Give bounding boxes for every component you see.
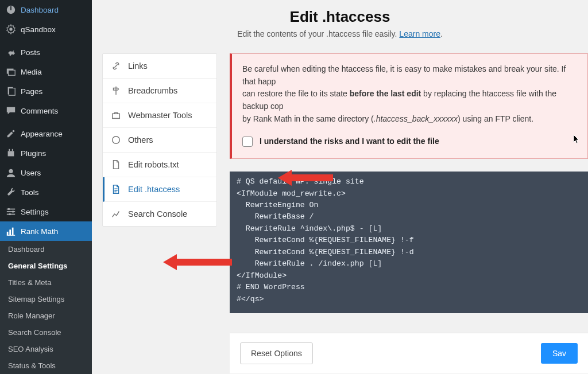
user-icon xyxy=(6,167,16,178)
tab-links[interactable]: Links xyxy=(103,54,216,79)
tab-webmaster-tools[interactable]: Webmaster Tools xyxy=(103,103,216,128)
page-header: Edit .htaccess Edit the contents of your… xyxy=(92,0,588,53)
settings-panel: Be careful when editing the htaccess fil… xyxy=(230,53,588,373)
sidebar-item-appearance[interactable]: Appearance xyxy=(0,124,92,143)
sidebar-label: Plugins xyxy=(21,149,46,158)
svg-point-22 xyxy=(113,137,120,144)
signpost-icon xyxy=(111,85,121,96)
sidebar-item-qsandbox[interactable]: qSandbox xyxy=(0,20,92,39)
svg-point-17 xyxy=(9,213,11,216)
svg-rect-8 xyxy=(8,151,14,156)
gear-icon xyxy=(6,24,16,34)
submenu-status-tools[interactable]: Status & Tools xyxy=(0,357,92,374)
sidebar-label: Appearance xyxy=(21,130,63,138)
sidebar-label: Rank Math xyxy=(21,227,58,236)
submenu-seo-analysis[interactable]: SEO Analysis xyxy=(0,341,92,357)
tab-edit-robots[interactable]: Edit robots.txt xyxy=(103,153,216,177)
submenu-titles-meta[interactable]: Titles & Meta xyxy=(0,274,92,291)
sidebar-label: Media xyxy=(21,68,42,76)
tab-others[interactable]: Others xyxy=(103,128,216,153)
actions-bar: Reset Options Sav xyxy=(230,333,588,373)
learn-more-link[interactable]: Learn more xyxy=(399,29,440,38)
sidebar-item-pages[interactable]: Pages xyxy=(0,81,92,101)
submenu-sitemap-settings[interactable]: Sitemap Settings xyxy=(0,291,92,307)
submenu-role-manager[interactable]: Role Manager xyxy=(0,307,92,324)
plugin-icon xyxy=(6,148,16,158)
pin-icon xyxy=(6,47,16,57)
wrench-icon xyxy=(6,187,16,197)
sidebar-label: Comments xyxy=(21,107,58,115)
sidebar-item-tools[interactable]: Tools xyxy=(0,182,92,202)
svg-point-16 xyxy=(12,211,14,213)
media-icon xyxy=(6,67,16,77)
sidebar-label: Settings xyxy=(21,208,49,216)
submenu-dashboard[interactable]: Dashboard xyxy=(0,241,92,258)
link-icon xyxy=(111,61,121,71)
wp-admin-sidebar: Dashboard qSandbox Posts Media Pages Com… xyxy=(0,0,92,374)
sidebar-item-plugins[interactable]: Plugins xyxy=(0,143,92,163)
svg-point-11 xyxy=(9,169,13,173)
svg-rect-4 xyxy=(9,70,16,75)
settings-tabs: Links Breadcrumbs Webmaster Tools Others… xyxy=(102,53,217,227)
sidebar-item-comments[interactable]: Comments xyxy=(0,101,92,120)
svg-rect-1 xyxy=(10,6,11,10)
page-subtitle: Edit the contents of your .htaccess file… xyxy=(115,29,565,38)
sidebar-item-dashboard[interactable]: Dashboard xyxy=(0,0,92,20)
sidebar-item-media[interactable]: Media xyxy=(0,62,92,81)
svg-point-15 xyxy=(8,208,10,211)
svg-rect-21 xyxy=(113,114,120,118)
brush-icon xyxy=(6,128,16,139)
sidebar-item-rank-math[interactable]: Rank Math xyxy=(0,221,92,241)
svg-rect-10 xyxy=(12,149,13,151)
svg-point-2 xyxy=(9,28,12,30)
graph-icon xyxy=(111,209,121,219)
file-lines-icon xyxy=(111,184,121,194)
toolbox-icon xyxy=(111,110,121,120)
svg-rect-6 xyxy=(9,88,15,96)
tab-search-console[interactable]: Search Console xyxy=(103,202,216,226)
tab-edit-htaccess[interactable]: Edit .htaccess xyxy=(103,177,216,202)
risk-checkbox-label: I understand the risks and I want to edi… xyxy=(260,135,439,148)
htaccess-editor[interactable]: # QS default WP: single site <IfModule m… xyxy=(230,172,588,313)
svg-rect-20 xyxy=(12,228,14,236)
risk-checkbox[interactable] xyxy=(242,137,253,147)
sidebar-item-posts[interactable]: Posts xyxy=(0,42,92,62)
sidebar-label: Dashboard xyxy=(21,6,59,14)
submenu-general-settings[interactable]: General Settings xyxy=(0,258,92,274)
sidebar-label: Tools xyxy=(21,188,39,197)
tab-breadcrumbs[interactable]: Breadcrumbs xyxy=(103,79,216,103)
save-button[interactable]: Sav xyxy=(541,343,578,364)
annotation-arrow-icon xyxy=(278,170,333,185)
warning-notice: Be careful when editing the htaccess fil… xyxy=(230,53,588,159)
sidebar-label: qSandbox xyxy=(21,25,56,34)
sidebar-item-settings[interactable]: Settings xyxy=(0,202,92,221)
sidebar-submenu: Dashboard General Settings Titles & Meta… xyxy=(0,241,92,374)
sidebar-item-users[interactable]: Users xyxy=(0,163,92,182)
page-icon xyxy=(6,86,16,96)
reset-button[interactable]: Reset Options xyxy=(240,342,313,364)
svg-rect-19 xyxy=(9,229,11,235)
svg-rect-9 xyxy=(9,149,10,151)
chart-icon xyxy=(6,226,16,236)
comment-icon xyxy=(6,106,16,116)
svg-point-7 xyxy=(13,130,15,133)
dashboard-icon xyxy=(6,5,16,15)
svg-rect-18 xyxy=(7,232,9,235)
page-title: Edit .htaccess xyxy=(115,8,565,26)
sidebar-label: Pages xyxy=(21,87,42,96)
cursor-icon xyxy=(573,134,580,145)
circle-icon xyxy=(111,135,121,145)
content-area: Edit .htaccess Edit the contents of your… xyxy=(92,0,588,374)
file-icon xyxy=(111,159,121,170)
annotation-arrow-icon xyxy=(163,255,232,270)
sliders-icon xyxy=(6,207,16,217)
submenu-search-console[interactable]: Search Console xyxy=(0,324,92,341)
sidebar-label: Posts xyxy=(21,48,40,57)
sidebar-label: Users xyxy=(21,169,41,177)
